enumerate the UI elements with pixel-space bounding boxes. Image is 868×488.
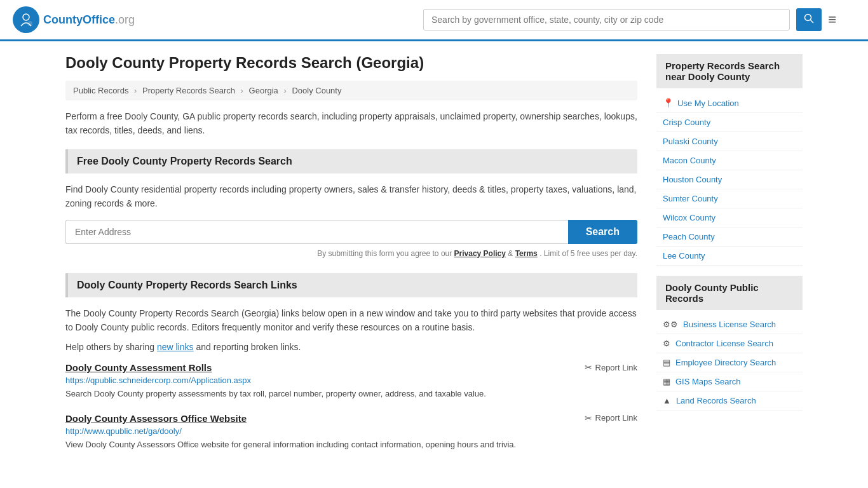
header-search-input[interactable] xyxy=(423,9,790,30)
logo-name: CountyOffice xyxy=(43,13,115,26)
privacy-policy-link[interactable]: Privacy Policy xyxy=(454,249,506,258)
business-license-icon: ⚙⚙ xyxy=(663,320,678,329)
record-link-assessors: Dooly County Assessors Office Website ✂ … xyxy=(65,413,637,451)
use-my-location[interactable]: 📍 Use My Location xyxy=(656,93,803,113)
share-text: Help others by sharing new links and rep… xyxy=(65,342,637,352)
peach-county-link[interactable]: Peach County xyxy=(663,232,715,241)
crisp-county-link[interactable]: Crisp County xyxy=(663,118,710,127)
employee-directory-link[interactable]: Employee Directory Search xyxy=(675,358,776,367)
report-link-btn-2[interactable]: ✂ Report Link xyxy=(585,413,637,423)
page-header: CountyOffice.org ≡ xyxy=(0,0,868,41)
address-search-row: Search xyxy=(65,220,637,244)
record-link-header-2: Dooly County Assessors Office Website ✂ … xyxy=(65,413,637,424)
share-suffix: and reporting broken links. xyxy=(196,342,301,352)
links-description: The Dooly County Property Records Search… xyxy=(65,306,637,335)
report-link-btn-1[interactable]: ✂ Report Link xyxy=(585,362,637,372)
use-my-location-link[interactable]: Use My Location xyxy=(677,98,739,108)
assessors-office-title[interactable]: Dooly County Assessors Office Website xyxy=(65,413,247,424)
svg-line-4 xyxy=(811,20,814,24)
search-section-header: Free Dooly County Property Records Searc… xyxy=(65,149,637,173)
breadcrumb-georgia[interactable]: Georgia xyxy=(249,86,278,95)
new-links-link[interactable]: new links xyxy=(157,342,194,352)
breadcrumb-sep-1: › xyxy=(134,86,137,95)
sidebar-land-records[interactable]: ▲ Land Records Search xyxy=(656,391,803,410)
logo-tld: .org xyxy=(115,13,135,26)
contractor-license-icon: ⚙ xyxy=(663,339,670,348)
land-records-icon: ▲ xyxy=(663,396,671,405)
header-search-area: ≡ xyxy=(423,8,836,31)
svg-point-3 xyxy=(805,15,811,21)
links-section: Dooly County Property Records Search Lin… xyxy=(65,273,637,451)
report-icon-2: ✂ xyxy=(585,413,592,423)
share-prefix: Help others by sharing xyxy=(65,342,154,352)
main-container: Dooly County Property Records Search (Ge… xyxy=(53,41,815,478)
header-search-button[interactable] xyxy=(796,8,822,31)
sidebar-wilcox-county[interactable]: Wilcox County xyxy=(656,208,803,227)
content-area: Dooly County Property Records Search (Ge… xyxy=(65,54,637,466)
gis-maps-icon: ▦ xyxy=(663,377,670,386)
page-title: Dooly County Property Records Search (Ge… xyxy=(65,54,637,72)
sidebar-gis-maps[interactable]: ▦ GIS Maps Search xyxy=(656,372,803,391)
form-terms: By submitting this form you agree to our… xyxy=(65,249,637,258)
terms-link[interactable]: Terms xyxy=(515,249,538,258)
nearby-header: Property Records Search near Dooly Count… xyxy=(656,54,803,88)
sidebar-contractor-license[interactable]: ⚙ Contractor License Search xyxy=(656,334,803,353)
macon-county-link[interactable]: Macon County xyxy=(663,156,716,165)
breadcrumb-sep-2: › xyxy=(241,86,243,95)
report-label-2: Report Link xyxy=(595,413,637,423)
assessment-rolls-url: https://qpublic.schneidercorp.com/Applic… xyxy=(65,376,637,385)
location-dot-icon: 📍 xyxy=(663,98,674,108)
breadcrumb-sep-3: › xyxy=(283,86,286,95)
gis-maps-link[interactable]: GIS Maps Search xyxy=(675,377,741,386)
search-description: Find Dooly County residential property r… xyxy=(65,182,637,211)
links-section-header: Dooly County Property Records Search Lin… xyxy=(65,273,637,297)
public-records-header: Dooly County Public Records xyxy=(656,276,803,310)
search-button[interactable]: Search xyxy=(568,220,637,244)
breadcrumb: Public Records › Property Records Search… xyxy=(65,81,637,100)
land-records-link[interactable]: Land Records Search xyxy=(676,396,756,405)
sidebar-houston-county[interactable]: Houston County xyxy=(656,170,803,189)
logo-icon xyxy=(13,6,39,33)
report-label-1: Report Link xyxy=(595,363,637,372)
page-description: Perform a free Dooly County, GA public p… xyxy=(65,109,637,138)
report-icon-1: ✂ xyxy=(585,362,592,372)
sidebar-employee-directory[interactable]: ▤ Employee Directory Search xyxy=(656,353,803,372)
record-link-header-1: Dooly County Assessment Rolls ✂ Report L… xyxy=(65,362,637,373)
assessors-office-url: http://www.qpublic.net/ga/dooly/ xyxy=(65,426,637,436)
assessment-rolls-desc: Search Dooly County property assessments… xyxy=(65,388,637,400)
hamburger-menu-button[interactable]: ≡ xyxy=(828,11,836,28)
breadcrumb-dooly-county[interactable]: Dooly County xyxy=(292,86,341,95)
lee-county-link[interactable]: Lee County xyxy=(663,251,705,261)
pulaski-county-link[interactable]: Pulaski County xyxy=(663,137,718,146)
sidebar-crisp-county[interactable]: Crisp County xyxy=(656,113,803,132)
terms-limit: . Limit of 5 free uses per day. xyxy=(539,249,637,258)
sidebar-sumter-county[interactable]: Sumter County xyxy=(656,189,803,208)
sidebar-peach-county[interactable]: Peach County xyxy=(656,227,803,247)
business-license-link[interactable]: Business License Search xyxy=(683,320,776,329)
search-section: Free Dooly County Property Records Searc… xyxy=(65,149,637,258)
wilcox-county-link[interactable]: Wilcox County xyxy=(663,213,715,222)
employee-directory-icon: ▤ xyxy=(663,358,670,367)
houston-county-link[interactable]: Houston County xyxy=(663,175,722,184)
terms-and: & xyxy=(508,249,515,258)
address-input[interactable] xyxy=(65,220,568,244)
breadcrumb-public-records[interactable]: Public Records xyxy=(73,86,128,95)
assessors-office-desc: View Dooly County Assessors Office websi… xyxy=(65,438,637,451)
sidebar-lee-county[interactable]: Lee County xyxy=(656,247,803,266)
terms-prefix: By submitting this form you agree to our xyxy=(317,249,452,258)
assessment-rolls-title[interactable]: Dooly County Assessment Rolls xyxy=(65,362,212,373)
logo-area: CountyOffice.org xyxy=(13,6,135,33)
contractor-license-link[interactable]: Contractor License Search xyxy=(675,339,773,348)
sidebar-macon-county[interactable]: Macon County xyxy=(656,151,803,170)
sumter-county-link[interactable]: Sumter County xyxy=(663,194,718,203)
record-link-assessment: Dooly County Assessment Rolls ✂ Report L… xyxy=(65,362,637,400)
sidebar: Property Records Search near Dooly Count… xyxy=(656,54,803,466)
sidebar-pulaski-county[interactable]: Pulaski County xyxy=(656,132,803,151)
logo-text: CountyOffice.org xyxy=(43,13,135,27)
sidebar-business-license[interactable]: ⚙⚙ Business License Search xyxy=(656,315,803,334)
svg-point-2 xyxy=(27,21,32,26)
breadcrumb-property-records-search[interactable]: Property Records Search xyxy=(142,86,235,95)
